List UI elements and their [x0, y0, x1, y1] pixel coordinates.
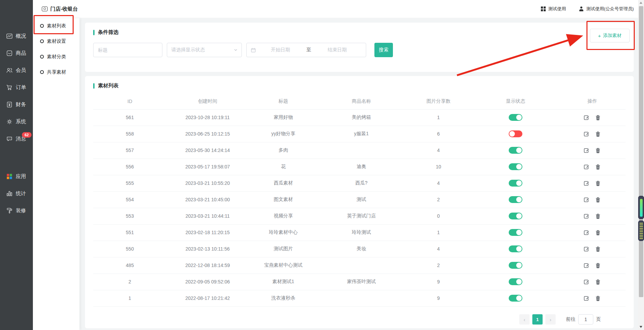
cell-id: 550: [93, 241, 166, 257]
scroll-down-arrow-icon[interactable]: [640, 326, 642, 328]
cell-actions: [559, 208, 626, 224]
display-status-toggle[interactable]: [509, 245, 522, 252]
cell-product-name: [318, 142, 405, 158]
submenu-item-4[interactable]: 共享素材: [33, 64, 79, 80]
prev-page-button[interactable]: ‹: [519, 314, 530, 325]
edit-icon[interactable]: [584, 295, 590, 301]
table-row: 557 2023-05-30 14:24:14 多肉 4: [93, 142, 626, 158]
decorate-icon: [6, 207, 13, 214]
edit-icon[interactable]: [584, 213, 590, 219]
cell-title: 家用好物: [249, 109, 318, 126]
sidebar-item-members[interactable]: 会员: [0, 62, 33, 79]
sidebar-item-label: 统计: [16, 190, 26, 197]
cell-product-name: [318, 257, 405, 274]
top-header: 门店-收银台 测试使用 测试使用(公众号管理员): [33, 0, 644, 18]
edit-icon[interactable]: [584, 230, 590, 236]
display-status-toggle[interactable]: [509, 147, 522, 154]
delete-icon[interactable]: [595, 295, 601, 301]
submenu-item-label: 素材设置: [47, 38, 66, 45]
display-status-toggle[interactable]: [509, 180, 522, 187]
cell-title: 视频分享: [249, 208, 318, 224]
edit-icon[interactable]: [584, 246, 590, 252]
cell-product-name: 英子测试门店: [318, 208, 405, 224]
section-accent-bar: [93, 83, 95, 89]
title-filter-input[interactable]: [93, 43, 162, 57]
edit-icon[interactable]: [584, 263, 590, 268]
next-page-button[interactable]: ›: [545, 314, 556, 325]
cell-title: yy好物分享: [249, 126, 318, 142]
delete-icon[interactable]: [595, 131, 601, 137]
edit-icon[interactable]: [584, 279, 590, 285]
cell-title: 洗衣液秒杀: [249, 290, 318, 306]
radio-circle-icon: [40, 55, 44, 59]
display-status-toggle[interactable]: [509, 196, 522, 203]
edit-icon[interactable]: [584, 180, 590, 186]
display-status-toggle[interactable]: [509, 278, 522, 285]
cell-share-count: 0: [405, 208, 472, 224]
cell-actions: [559, 290, 626, 306]
delete-icon[interactable]: [595, 197, 601, 203]
cell-display-status: [472, 175, 559, 191]
sidebar-item-decorate[interactable]: 装修: [0, 202, 33, 219]
sidebar-item-system[interactable]: 系统: [0, 113, 33, 130]
cell-created-time: 2023-10-28 10:19:11: [166, 109, 249, 126]
delete-icon[interactable]: [595, 246, 601, 252]
delete-icon[interactable]: [595, 164, 601, 170]
edit-icon[interactable]: [584, 148, 590, 153]
cell-actions: [559, 142, 626, 158]
sidebar-item-overview[interactable]: 概况: [0, 27, 33, 45]
sidebar-item-orders[interactable]: 订单: [0, 79, 33, 96]
delete-icon[interactable]: [595, 213, 601, 219]
sidebar-item-label: 概况: [16, 33, 26, 39]
display-status-select[interactable]: 请选择显示状态: [167, 43, 242, 57]
delete-icon[interactable]: [595, 115, 601, 120]
display-status-toggle[interactable]: [509, 262, 522, 269]
edit-icon[interactable]: [584, 197, 590, 203]
col-status: 显示状态: [472, 93, 559, 109]
submenu-item-2[interactable]: 素材设置: [33, 34, 79, 49]
cell-actions: [559, 126, 626, 142]
scrollbar-thumb[interactable]: [639, 6, 643, 297]
sidebar-item-messages[interactable]: 消息 62: [0, 130, 33, 147]
display-status-toggle[interactable]: [509, 213, 522, 219]
cell-product-name: 迪奥: [318, 158, 405, 175]
cell-actions: [559, 191, 626, 208]
cell-created-time: 2023-03-21 10:44:11: [166, 208, 249, 224]
sidebar-item-apps[interactable]: 应用: [0, 168, 33, 185]
workspace-switcher[interactable]: 测试使用: [541, 6, 566, 12]
submenu-item-3[interactable]: 素材分类: [33, 49, 79, 64]
delete-icon[interactable]: [595, 263, 601, 268]
cell-share-count: 1: [405, 109, 472, 126]
sidebar-item-label: 财务: [16, 101, 26, 108]
cell-created-time: 2023-05-17 19:58:07: [166, 158, 249, 175]
submenu-item-1[interactable]: 素材列表: [33, 18, 79, 34]
edit-icon[interactable]: [584, 131, 590, 137]
date-range-picker[interactable]: 开始日期 至 结束日期: [246, 43, 366, 57]
add-material-button[interactable]: + 添加素材: [590, 29, 630, 42]
sidebar-item-finance[interactable]: 财务: [0, 96, 33, 113]
display-status-toggle[interactable]: [509, 163, 522, 170]
finance-icon: [6, 101, 13, 108]
material-submenu: 素材列表 素材设置 素材分类 共享素材: [33, 18, 79, 330]
radio-circle-icon: [40, 70, 44, 74]
workspace-label: 测试使用: [548, 6, 566, 12]
edit-icon[interactable]: [584, 115, 590, 120]
sidebar-item-goods[interactable]: 商品: [0, 45, 33, 62]
edit-icon[interactable]: [584, 164, 590, 170]
user-menu[interactable]: 测试使用(公众号管理员): [579, 6, 634, 12]
goto-page-input[interactable]: [578, 314, 593, 325]
delete-icon[interactable]: [595, 279, 601, 285]
display-status-toggle[interactable]: [509, 114, 522, 121]
display-status-toggle[interactable]: [509, 295, 522, 302]
sidebar-item-stats[interactable]: 统计: [0, 185, 33, 202]
delete-icon[interactable]: [595, 148, 601, 153]
delete-icon[interactable]: [595, 230, 601, 236]
sidebar-item-label: 商品: [16, 50, 26, 56]
scroll-up-arrow-icon[interactable]: [640, 2, 642, 4]
delete-icon[interactable]: [595, 180, 601, 186]
search-button[interactable]: 搜索: [374, 43, 393, 57]
display-status-toggle[interactable]: [509, 229, 522, 236]
page-1-button[interactable]: 1: [532, 314, 543, 325]
table-row: 555 2023-03-21 10:55:20 西瓜素材 西瓜? 4: [93, 175, 626, 191]
display-status-toggle[interactable]: [509, 130, 522, 137]
